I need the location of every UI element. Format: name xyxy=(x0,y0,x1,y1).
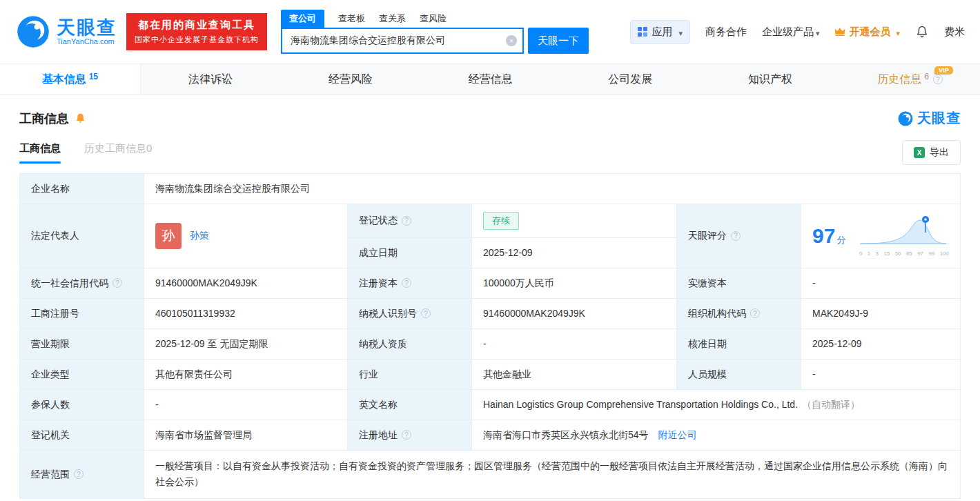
tab-operating-risk[interactable]: 经营风险 xyxy=(280,64,420,95)
tianyancha-watermark: 天眼查 xyxy=(897,109,961,128)
tianyancha-logo-icon xyxy=(15,14,51,50)
help-icon[interactable] xyxy=(421,308,431,318)
search-tab-risk[interactable]: 查风险 xyxy=(420,10,447,28)
tab-legal-litigation[interactable]: 法律诉讼 xyxy=(141,64,281,95)
tab-label: 知识产权 xyxy=(748,72,792,87)
help-icon[interactable] xyxy=(402,278,411,288)
export-label: 导出 xyxy=(930,146,949,159)
tab-label: 历史信息 xyxy=(877,72,921,87)
export-button[interactable]: 导出 xyxy=(902,140,961,165)
row-reg-number: 工商注册号 460105011319932 纳税人识别号 91460000MAK… xyxy=(20,298,961,328)
subtab-business-info[interactable]: 工商信息 xyxy=(19,142,61,164)
field-label-taxpayer-qual: 纳税人资质 xyxy=(348,328,472,359)
field-value-company-type: 其他有限责任公司 xyxy=(144,359,348,389)
chevron-down-icon xyxy=(894,26,900,38)
field-value-insured: - xyxy=(144,389,348,420)
apps-grid-icon xyxy=(638,27,647,37)
header-right: 应用 商务合作 企业级产品 开通会员 费米 xyxy=(630,20,965,44)
tab-label: 经营风险 xyxy=(329,72,373,87)
field-label-business-scope: 经营范围 xyxy=(20,450,144,499)
field-label-company-type: 企业类型 xyxy=(20,359,144,389)
business-cooperation-link[interactable]: 商务合作 xyxy=(705,26,747,39)
tianyancha-logo[interactable]: 天眼查 TianYanCha.com xyxy=(15,14,117,50)
tab-intellectual-property[interactable]: 知识产权 xyxy=(700,64,841,95)
search-tab-relation[interactable]: 查关系 xyxy=(379,10,406,28)
field-label-staff-size: 人员规模 xyxy=(677,359,801,389)
tianyancha-watermark-icon xyxy=(897,110,914,127)
status-badge: 存续 xyxy=(483,212,519,230)
tab-history-info[interactable]: VIP 历史信息 6 xyxy=(840,64,980,95)
field-label-approval-date: 核准日期 xyxy=(677,328,801,359)
field-label-org-code: 组织机构代码 xyxy=(677,298,801,328)
legal-rep-link[interactable]: 孙策 xyxy=(190,228,209,243)
field-label-score: 天眼评分 xyxy=(677,204,801,268)
search-button[interactable]: 天眼一下 xyxy=(528,28,589,54)
row-business-scope: 经营范围 一般经营项目：以自有资金从事投资活动；自有资金投资的资产管理服务；园区… xyxy=(20,450,961,499)
nearby-companies-link[interactable]: 附近公司 xyxy=(658,429,696,440)
section-title: 工商信息 xyxy=(19,110,69,127)
field-label-reg-status: 登记状态 xyxy=(348,204,472,238)
watermark-label: 天眼查 xyxy=(917,109,961,128)
help-icon[interactable] xyxy=(402,216,411,226)
tab-operating-info[interactable]: 经营信息 xyxy=(420,64,560,95)
field-label-paid-capital: 实缴资本 xyxy=(677,268,801,298)
field-value-score: 97分 0131550859799100 xyxy=(801,204,961,268)
apps-label: 应用 xyxy=(651,26,672,39)
promo-badge: 都在用的商业查询工具 国家中小企业发展子基金旗下机构 xyxy=(126,13,267,50)
user-menu[interactable]: 费米 xyxy=(944,26,965,39)
field-label-business-term: 营业期限 xyxy=(20,328,144,359)
help-icon[interactable] xyxy=(402,430,411,440)
field-value-address: 海南省海口市秀英区永兴镇永北街54号 附近公司 xyxy=(472,420,961,450)
subtab-history-business-info[interactable]: 历史工商信息0 xyxy=(84,142,152,164)
field-label-reg-number: 工商注册号 xyxy=(20,298,144,328)
tab-label: 基本信息 xyxy=(42,72,86,87)
tab-label: 法律诉讼 xyxy=(188,72,233,87)
apps-menu[interactable]: 应用 xyxy=(630,20,690,44)
field-value-reg-authority: 海南省市场监督管理局 xyxy=(144,420,348,450)
open-vip-link[interactable]: 开通会员 xyxy=(834,26,900,39)
field-value-reg-capital: 100000万人民币 xyxy=(472,268,677,298)
search-input[interactable] xyxy=(281,28,524,54)
field-label-industry: 行业 xyxy=(348,359,472,389)
field-label-reg-authority: 登记机关 xyxy=(20,420,144,450)
field-value-company-name: 海南物流集团综合交运控股有限公司 xyxy=(144,174,961,204)
field-value-reg-status: 存续 xyxy=(472,204,677,238)
field-label-taxpayer-id: 纳税人识别号 xyxy=(348,298,472,328)
tab-basic-info[interactable]: 基本信息 15 xyxy=(0,64,141,95)
excel-icon xyxy=(914,147,925,158)
help-icon[interactable] xyxy=(74,469,84,479)
field-label-english-name: 英文名称 xyxy=(348,389,472,420)
field-label-established: 成立日期 xyxy=(348,237,472,268)
crown-icon xyxy=(834,27,845,37)
field-value-reg-number: 460105011319932 xyxy=(144,298,348,328)
tab-company-development[interactable]: 公司发展 xyxy=(560,64,700,95)
top-header: 天眼查 TianYanCha.com 都在用的商业查询工具 国家中小企业发展子基… xyxy=(0,0,980,63)
legal-rep-avatar[interactable]: 孙 xyxy=(155,223,182,249)
score-value: 97分 xyxy=(812,220,845,251)
field-value-paid-capital: - xyxy=(801,268,961,298)
search-tab-boss[interactable]: 查老板 xyxy=(338,10,365,28)
subscribe-bell-icon[interactable] xyxy=(75,112,86,124)
help-icon[interactable] xyxy=(112,278,122,288)
help-icon[interactable] xyxy=(750,308,760,318)
search-tab-company[interactable]: 查公司 xyxy=(281,10,324,28)
row-insured: 参保人数 - 英文名称 Hainan Logistics Group Compr… xyxy=(20,389,961,420)
row-business-term: 营业期限 2025-12-09 至 无固定期限 纳税人资质 - 核准日期 202… xyxy=(20,328,961,359)
field-label-reg-capital: 注册资本 xyxy=(348,268,472,298)
tab-count: 6 xyxy=(924,72,929,81)
help-icon[interactable] xyxy=(933,75,943,84)
logo-title: 天眼查 xyxy=(57,18,117,37)
field-label-uscc: 统一社会信用代码 xyxy=(20,268,144,298)
promo-line2: 国家中小企业发展子基金旗下机构 xyxy=(135,35,259,45)
enterprise-products-link[interactable]: 企业级产品 xyxy=(762,26,820,39)
search-tabs: 查公司 查老板 查关系 查风险 xyxy=(281,10,589,28)
field-value-business-term: 2025-12-09 至 无固定期限 xyxy=(144,328,348,359)
help-icon[interactable] xyxy=(731,231,741,241)
field-value-legal-rep: 孙 孙策 xyxy=(144,204,348,268)
row-company-name: 企业名称 海南物流集团综合交运控股有限公司 xyxy=(20,174,961,204)
section-head: 工商信息 天眼查 xyxy=(19,109,961,128)
row-legal-rep: 法定代表人 孙 孙策 登记状态 存续 天眼评分 97分 xyxy=(20,204,961,238)
clear-search-icon[interactable] xyxy=(506,35,517,46)
notification-bell-icon[interactable] xyxy=(915,25,929,39)
field-value-taxpayer-id: 91460000MAK2049J9K xyxy=(472,298,677,328)
